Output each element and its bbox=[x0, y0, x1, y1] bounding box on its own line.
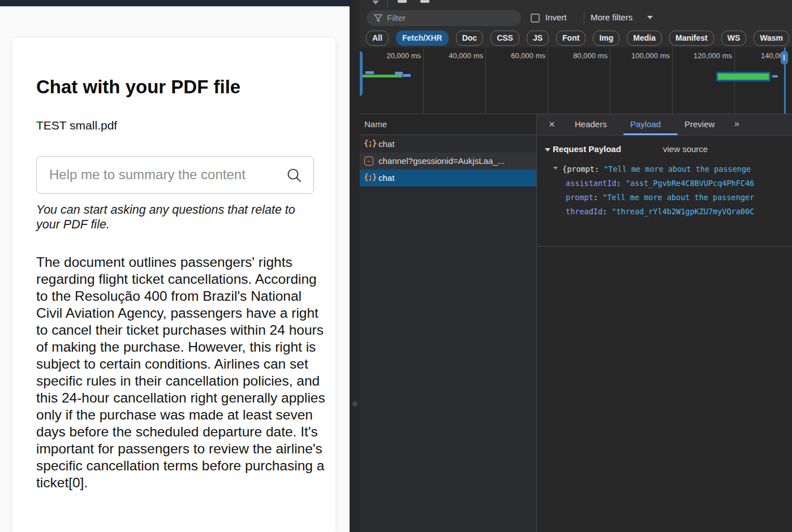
name-column-header[interactable]: Name bbox=[360, 114, 537, 135]
gridline bbox=[610, 47, 610, 114]
request-name: channel?gsessionid=AukjsLaa_... bbox=[378, 156, 505, 166]
devtools-top-toolbar bbox=[360, 0, 792, 8]
toolbar-partial-icon[interactable] bbox=[398, 0, 407, 3]
gridline bbox=[672, 47, 673, 114]
request-timing-bar bbox=[395, 72, 403, 75]
json-entry-line: assistantId"asst_PgvbRe4C8BVUPcq4PhFC46 bbox=[537, 177, 792, 191]
chip-font[interactable]: Font bbox=[556, 31, 586, 46]
hint-text: You can start asking any questions that … bbox=[36, 202, 307, 232]
json-entry-line: threadId"thread_rYl4b2W1gpKZU7myVQra00C bbox=[537, 205, 792, 219]
gridline bbox=[423, 47, 424, 114]
json-braces-icon: {;} bbox=[364, 139, 375, 150]
chip-all[interactable]: All bbox=[366, 31, 389, 46]
pdf-chat-page: Chat with your PDF file TEST small.pdf Y… bbox=[0, 0, 350, 532]
chip-media[interactable]: Media bbox=[627, 31, 662, 46]
filter-separator bbox=[584, 11, 584, 25]
request-detail-panel: × Headers Payload Preview » Request Payl… bbox=[537, 114, 792, 532]
payload-json-tree: {prompt: "Tell me more about the passeng… bbox=[537, 163, 792, 246]
selected-request-timing-bar bbox=[716, 72, 771, 81]
tab-payload[interactable]: Payload bbox=[630, 119, 661, 129]
request-timing-bar bbox=[772, 75, 778, 77]
json-root-prefix: {prompt: bbox=[562, 165, 604, 174]
toolbar-separator bbox=[387, 0, 388, 7]
json-key: assistantId bbox=[566, 179, 626, 188]
chip-js[interactable]: JS bbox=[527, 31, 549, 46]
json-root-line[interactable]: {prompt: "Tell me more about the passeng… bbox=[537, 163, 792, 177]
overview-left-handle[interactable] bbox=[360, 51, 363, 96]
toolbar-partial-icon[interactable] bbox=[420, 0, 429, 3]
tab-preview[interactable]: Preview bbox=[685, 119, 714, 129]
funnel-icon bbox=[374, 14, 382, 22]
request-row-channel[interactable]: ↔ channel?gsessionid=AukjsLaa_... bbox=[360, 153, 537, 170]
search-icon[interactable] bbox=[286, 167, 302, 183]
stream-icon: ↔ bbox=[364, 157, 373, 166]
network-filter-row: Filter Invert More filters bbox=[360, 8, 792, 28]
overview-right-handle[interactable] bbox=[781, 51, 788, 64]
screen: Chat with your PDF file TEST small.pdf Y… bbox=[0, 0, 792, 532]
request-name: chat bbox=[378, 139, 394, 149]
request-list-panel: Name {;} chat ↔ channel?gsessionid=Aukjs… bbox=[360, 114, 537, 532]
tick-label: 40,000 ms bbox=[427, 51, 483, 60]
toolbar-partial-icon[interactable] bbox=[372, 1, 379, 5]
chip-wasm[interactable]: Wasm bbox=[754, 31, 789, 46]
detail-tab-bar: × Headers Payload Preview » bbox=[537, 114, 792, 136]
question-input[interactable] bbox=[49, 157, 287, 193]
request-payload-section: Request Payload view source {prompt: "Te… bbox=[537, 136, 792, 246]
chevron-down-icon bbox=[647, 16, 653, 19]
section-collapse-icon[interactable] bbox=[545, 148, 550, 152]
tick-label: 80,000 ms bbox=[551, 51, 608, 60]
json-root-value: "Tell me more about the passenge bbox=[604, 165, 751, 174]
active-tab-underline bbox=[623, 133, 678, 135]
panel-splitter[interactable] bbox=[350, 0, 360, 532]
request-timing-bar bbox=[360, 75, 402, 77]
chip-ws[interactable]: WS bbox=[721, 31, 747, 46]
more-tabs-icon[interactable]: » bbox=[734, 119, 739, 129]
chip-css[interactable]: CSS bbox=[490, 31, 519, 46]
request-payload-title: Request Payload bbox=[553, 144, 621, 154]
gridline bbox=[485, 47, 486, 114]
request-timing-bar bbox=[365, 71, 374, 74]
request-type-chips: All Fetch/XHR Doc CSS JS Font Img Media … bbox=[360, 28, 792, 47]
chip-manifest[interactable]: Manifest bbox=[669, 31, 714, 46]
splitter-handle-icon bbox=[352, 401, 358, 406]
tick-label: 60,000 ms bbox=[489, 51, 545, 60]
devtools-network-panel: Filter Invert More filters All Fetch/XHR… bbox=[360, 0, 792, 532]
chip-doc[interactable]: Doc bbox=[456, 31, 483, 46]
json-value: "thread_rYl4b2W1gpKZU7myVQra00C bbox=[612, 207, 754, 216]
request-timing-bar bbox=[403, 74, 411, 77]
json-key: threadId bbox=[566, 207, 612, 216]
chip-fetch-xhr[interactable]: Fetch/XHR bbox=[396, 31, 449, 46]
tick-label: 120,000 ms bbox=[675, 51, 732, 60]
json-value: "asst_PgvbRe4C8BVUPcq4PhFC46 bbox=[626, 179, 755, 188]
json-value: "Tell me more about the passenger bbox=[602, 193, 754, 202]
invert-label[interactable]: Invert bbox=[545, 12, 567, 22]
question-input-box[interactable] bbox=[36, 156, 314, 194]
request-row-chat[interactable]: {;} chat bbox=[360, 136, 537, 153]
gridline bbox=[548, 47, 548, 114]
request-name: chat bbox=[378, 173, 394, 183]
json-braces-icon: {;} bbox=[364, 172, 375, 184]
json-key: prompt bbox=[566, 193, 602, 202]
tick-label: 140,000 bbox=[731, 51, 787, 60]
page-title: Chat with your PDF file bbox=[36, 76, 330, 98]
invert-checkbox[interactable] bbox=[531, 14, 540, 23]
chip-img[interactable]: Img bbox=[593, 31, 619, 46]
json-entry-line: prompt"Tell me more about the passenger bbox=[537, 191, 792, 205]
tab-headers[interactable]: Headers bbox=[575, 119, 607, 129]
pdf-file-name: TEST small.pdf bbox=[36, 119, 117, 132]
collapse-icon[interactable] bbox=[553, 167, 558, 170]
request-row-chat-selected[interactable]: {;} chat bbox=[360, 170, 537, 187]
filter-placeholder: Filter bbox=[387, 13, 406, 23]
browser-top-strip bbox=[0, 0, 350, 7]
tick-label: 20,000 ms bbox=[364, 51, 421, 60]
view-source-link[interactable]: view source bbox=[663, 144, 708, 154]
filter-input[interactable]: Filter bbox=[367, 10, 521, 26]
network-overview-strip[interactable]: 20,000 ms 40,000 ms 60,000 ms 80,000 ms … bbox=[360, 47, 792, 114]
more-filters-button[interactable]: More filters bbox=[591, 12, 632, 22]
name-column-label: Name bbox=[364, 119, 387, 129]
answer-text: The document outlines passengers' rights… bbox=[36, 254, 329, 491]
tick-label: 100,000 ms bbox=[613, 51, 670, 60]
close-icon[interactable]: × bbox=[549, 118, 555, 131]
network-main-area: Name {;} chat ↔ channel?gsessionid=Aukjs… bbox=[360, 114, 792, 532]
